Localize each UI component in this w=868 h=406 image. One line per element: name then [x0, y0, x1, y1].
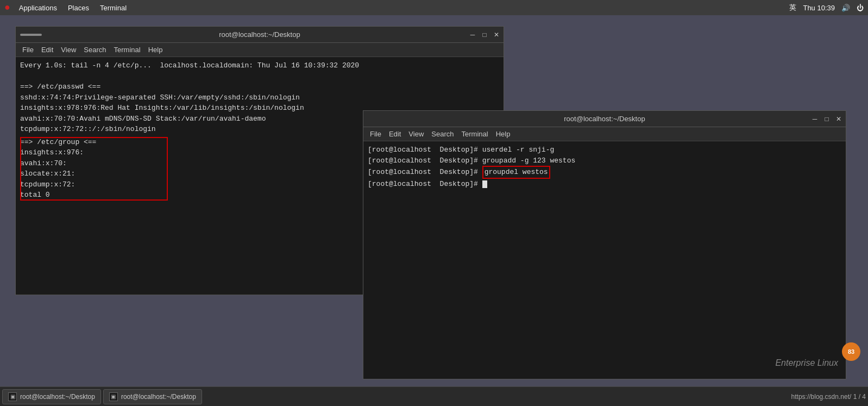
top-menubar: ● Applications Places Terminal 英 Thu 10:… [0, 0, 868, 15]
taskbar-label-2: root@localhost:~/Desktop [121, 393, 196, 401]
applications-menu[interactable]: Applications [15, 3, 61, 13]
t2-terminal-menu[interactable]: Terminal [458, 129, 492, 139]
t2-line-1: [root@localhost Desktop]# userdel -r snj… [368, 145, 841, 155]
t1-help-menu[interactable]: Help [145, 45, 166, 55]
terminal-1-menubar: File Edit View Search Terminal Help [16, 43, 504, 57]
power-icon[interactable]: ⏻ [857, 4, 864, 12]
terminal-2-content: [root@localhost Desktop]# userdel -r snj… [363, 141, 846, 379]
terminal-window-2: root@localhost:~/Desktop ─ □ ✕ File Edit… [363, 110, 846, 379]
t2-line-2: [root@localhost Desktop]# groupadd -g 12… [368, 155, 841, 166]
terminal-1-titlebar: root@localhost:~/Desktop ─ □ ✕ [16, 27, 504, 43]
t1-view-menu[interactable]: View [58, 45, 79, 55]
terminal-1-drag-handle [20, 34, 42, 36]
taskbar-item-2[interactable]: ▣ root@localhost:~/Desktop [103, 389, 202, 404]
t2-view-menu[interactable]: View [405, 129, 427, 139]
terminal-2-controls: ─ □ ✕ [810, 114, 844, 124]
t1-edit-menu[interactable]: Edit [38, 45, 56, 55]
t2-file-menu[interactable]: File [367, 129, 385, 139]
t1-file-menu[interactable]: File [19, 45, 37, 55]
highlighted-command: groupdel westos [482, 166, 550, 179]
places-menu[interactable]: Places [64, 3, 93, 13]
terminal-1-controls: ─ □ ✕ [468, 30, 501, 40]
taskbar-right: https://blog.csdn.net/ 1 / 4 [791, 393, 866, 401]
terminal-2-minimize[interactable]: ─ [810, 114, 820, 124]
language-indicator: 英 [789, 3, 796, 13]
taskbar: ▣ root@localhost:~/Desktop ▣ root@localh… [0, 386, 868, 406]
t2-line-3: [root@localhost Desktop]# groupdel westo… [368, 166, 841, 179]
terminal-1-title: root@localhost:~/Desktop [219, 30, 300, 39]
taskbar-icon-2: ▣ [109, 392, 118, 401]
taskbar-item-1[interactable]: ▣ root@localhost:~/Desktop [2, 389, 101, 404]
terminal-2-menubar: File Edit View Search Terminal Help [363, 127, 846, 141]
volume-icon[interactable]: 🔊 [841, 4, 850, 12]
taskbar-label-1: root@localhost:~/Desktop [20, 393, 95, 401]
taskbar-icon-1: ▣ [8, 392, 17, 401]
terminal-cursor [482, 180, 487, 188]
terminal-2-maximize[interactable]: □ [822, 114, 832, 124]
menubar-right: 英 Thu 10:39 🔊 ⏻ [789, 3, 864, 13]
terminal-menu[interactable]: Terminal [96, 3, 131, 13]
t1-search-menu[interactable]: Search [80, 45, 109, 55]
t1-terminal-menu[interactable]: Terminal [111, 45, 144, 55]
t2-search-menu[interactable]: Search [428, 129, 457, 139]
terminal-1-close[interactable]: ✕ [492, 30, 501, 40]
enterprise-linux-label: Enterprise Linux [775, 358, 838, 368]
t2-edit-menu[interactable]: Edit [386, 129, 404, 139]
terminal-1-minimize[interactable]: ─ [468, 30, 477, 40]
notification-badge: 83 [842, 342, 860, 361]
terminal-2-close[interactable]: ✕ [834, 114, 844, 124]
terminal-1-maximize[interactable]: □ [480, 30, 489, 40]
taskbar-url: https://blog.csdn.net/ 1 / 4 [791, 393, 866, 401]
t2-line-4: [root@localhost Desktop]# [368, 179, 841, 190]
terminal-2-title: root@localhost:~/Desktop [564, 115, 645, 123]
terminal-2-titlebar: root@localhost:~/Desktop ─ □ ✕ [363, 111, 846, 127]
logo-icon: ● [4, 2, 10, 13]
clock: Thu 10:39 [803, 4, 835, 12]
desktop: root@localhost:~/Desktop ─ □ ✕ File Edit… [0, 15, 868, 391]
t2-help-menu[interactable]: Help [493, 129, 514, 139]
